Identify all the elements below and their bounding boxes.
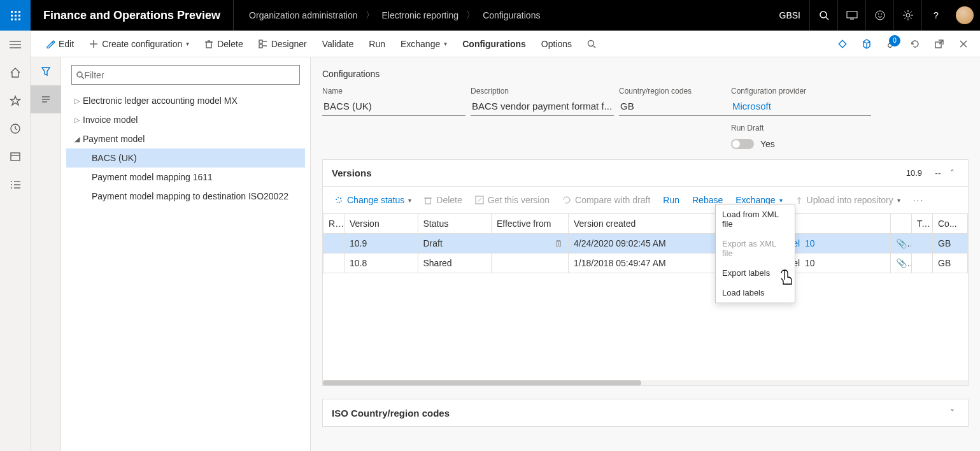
versions-title: Versions <box>332 168 372 178</box>
hamburger-icon[interactable] <box>0 31 31 59</box>
waffle-icon <box>11 11 20 20</box>
node-label: Payment model <box>83 134 145 144</box>
chevron-down-icon[interactable]: ˅ <box>945 408 959 418</box>
version-badge: 10.9 <box>906 168 922 178</box>
table-row[interactable]: 10.9 Draft 🗓 4/24/2020 09:02:45 AM yment… <box>323 234 968 254</box>
col-status[interactable]: Status <box>418 214 492 234</box>
configurations-tab[interactable]: Configurations <box>455 31 534 57</box>
search-icon[interactable] <box>809 0 837 31</box>
col-created[interactable]: Version created <box>569 214 723 234</box>
hscroll[interactable] <box>323 380 968 385</box>
svg-rect-21 <box>11 153 20 161</box>
table-row[interactable]: 10.8 Shared 1/18/2018 05:49:47 AM KB4 ym… <box>323 254 968 273</box>
module-icon[interactable] <box>0 143 31 171</box>
chevron-up-icon[interactable]: ˄ <box>945 168 959 178</box>
vt-run-button[interactable]: Run <box>657 187 686 213</box>
col-effective[interactable]: Effective from <box>492 214 569 234</box>
company-code[interactable]: GBSI <box>771 10 809 20</box>
chevron-right-icon: 〉 <box>362 10 378 21</box>
page-title: Configurations <box>322 69 969 79</box>
node-label: Payment model mapping to destination ISO… <box>92 191 288 201</box>
expander-icon[interactable]: ◢ <box>71 135 83 143</box>
upload-repo-button[interactable]: Upload into repository ▾ <box>789 187 907 213</box>
versions-card: Versions 10.9 -- ˄ Change status ▾ Delet… <box>322 159 969 386</box>
tree-node[interactable]: ▷ Electronic ledger accounting model MX <box>66 91 305 110</box>
star-icon[interactable] <box>0 87 31 115</box>
svg-rect-40 <box>839 40 846 47</box>
funnel-icon[interactable] <box>31 57 61 85</box>
clock-icon[interactable] <box>0 115 31 143</box>
expander-icon[interactable]: ▷ <box>71 116 83 124</box>
refresh-icon[interactable] <box>904 32 927 55</box>
iso-section: ISO Country/region codes ˅ <box>322 399 969 427</box>
tree-node[interactable]: ▷ Invoice model <box>66 110 305 129</box>
compare-button[interactable]: Compare with draft <box>556 187 657 213</box>
attach-badge[interactable]: 0 <box>879 32 902 55</box>
filter-field[interactable] <box>84 70 295 80</box>
change-status-button[interactable]: Change status ▾ <box>328 187 418 213</box>
tree-node-selected[interactable]: BACS (UK) <box>66 148 305 168</box>
device-icon[interactable] <box>837 0 865 31</box>
diamond-icon[interactable] <box>831 32 854 55</box>
name-value[interactable]: BACS (UK) <box>322 98 465 116</box>
tree-node[interactable]: ◢ Payment model <box>66 129 305 148</box>
designer-button[interactable]: Designer <box>251 31 315 57</box>
svg-point-5 <box>877 13 879 15</box>
help-icon[interactable]: ? <box>921 0 949 31</box>
col-t[interactable]: T... <box>912 214 933 234</box>
tree-rail <box>31 57 61 451</box>
delete-button[interactable]: Delete <box>197 31 250 57</box>
lines-icon[interactable] <box>31 85 61 113</box>
vt-delete-button[interactable]: Delete <box>418 187 468 213</box>
options-button[interactable]: Options <box>534 31 579 57</box>
breadcrumb-item[interactable]: Electronic reporting <box>382 10 459 20</box>
box-icon[interactable] <box>855 32 878 55</box>
exchange-button[interactable]: Exchange ▾ <box>393 31 455 57</box>
waffle-launcher[interactable] <box>0 0 31 31</box>
popout-icon[interactable] <box>928 32 951 55</box>
home-icon[interactable] <box>0 59 31 87</box>
create-config-button[interactable]: Create configuration ▾ <box>82 31 197 57</box>
attach-icon[interactable]: 📎 <box>891 234 912 254</box>
emoji-icon[interactable] <box>865 0 893 31</box>
close-icon[interactable] <box>952 32 975 55</box>
run-draft-toggle[interactable] <box>731 139 754 149</box>
desc-value[interactable]: BACS vendor payment format f... <box>471 98 614 116</box>
country-value[interactable]: GB <box>619 98 746 116</box>
breadcrumb: Organization administration 〉 Electronic… <box>234 10 540 21</box>
app-title: Finance and Operations Preview <box>31 9 233 22</box>
menu-load-xml[interactable]: Load from XML file <box>716 204 795 234</box>
breadcrumb-item[interactable]: Organization administration <box>249 10 357 20</box>
search-small-icon[interactable] <box>579 31 604 57</box>
more-icon[interactable]: ··· <box>907 187 931 213</box>
col-co[interactable]: Co... <box>933 214 968 234</box>
svg-point-38 <box>588 40 594 46</box>
attach-icon[interactable]: 📎 <box>891 254 912 273</box>
calendar-icon[interactable]: 🗓 <box>555 239 563 248</box>
dash-icon[interactable]: -- <box>931 168 945 178</box>
designer-label: Designer <box>271 39 307 49</box>
pencil-icon <box>46 39 55 48</box>
edit-button[interactable]: Edit <box>38 31 82 57</box>
menu-load-labels[interactable]: Load labels <box>716 283 795 303</box>
tree-node[interactable]: Payment model mapping to destination ISO… <box>66 187 305 206</box>
expander-icon[interactable]: ▷ <box>71 97 83 105</box>
tree-node[interactable]: Payment model mapping 1611 <box>66 168 305 187</box>
svg-point-27 <box>11 187 12 189</box>
validate-label: Validate <box>322 39 354 49</box>
provider-value[interactable]: Microsoft <box>731 98 871 116</box>
list-icon[interactable] <box>0 171 31 199</box>
node-label: BACS (UK) <box>92 153 137 163</box>
get-version-button[interactable]: Get this version <box>469 187 556 213</box>
col-version[interactable]: Version <box>344 214 418 234</box>
run-button[interactable]: Run <box>361 31 393 57</box>
col-rev[interactable]: R... <box>323 214 344 234</box>
run-draft-label: Run Draft <box>731 124 871 132</box>
filter-input[interactable] <box>71 65 300 85</box>
breadcrumb-item[interactable]: Configurations <box>483 10 540 20</box>
svg-rect-2 <box>847 11 857 18</box>
gear-icon[interactable] <box>893 0 921 31</box>
avatar[interactable] <box>949 6 980 24</box>
validate-button[interactable]: Validate <box>315 31 362 57</box>
menu-export-labels[interactable]: Export labels <box>716 263 795 283</box>
